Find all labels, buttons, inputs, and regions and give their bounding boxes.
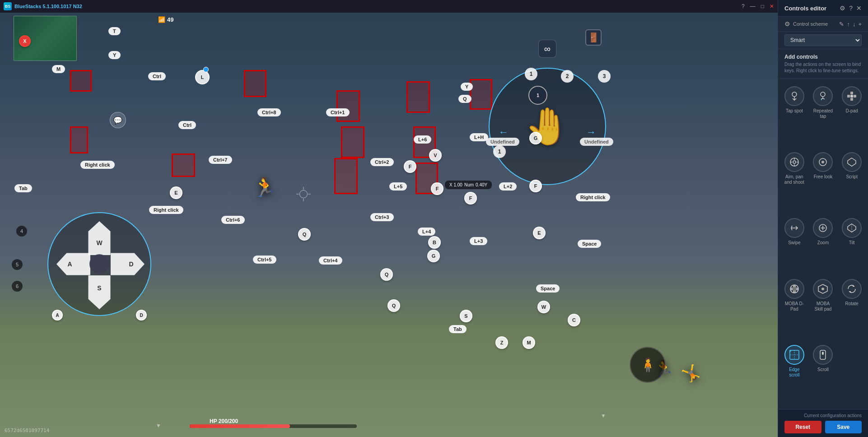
key-q1[interactable]: Q [458, 95, 471, 103]
panel-help-icon[interactable]: ? [849, 5, 853, 12]
pan-shoot-control[interactable]: 🤚 ← → 1 2 3 1 [489, 68, 606, 185]
key-m2[interactable]: M [523, 336, 535, 349]
key-space2[interactable]: Space [536, 284, 560, 293]
ctrl-free-look[interactable]: Free look [811, 149, 836, 212]
key-ctrl7[interactable]: Ctrl+7 [209, 156, 232, 164]
dpad-center [89, 254, 109, 274]
svg-rect-33 [789, 350, 791, 352]
key-x[interactable]: X [19, 35, 31, 47]
close-icon[interactable]: ✕ [770, 3, 774, 9]
scheme-select-row[interactable]: Smart [778, 32, 868, 49]
skill-1-btn[interactable]: 1 [528, 86, 547, 105]
key-t[interactable]: T [108, 27, 121, 35]
key-l4[interactable]: L+4 [418, 228, 435, 236]
ctrl-aim-pan-shoot[interactable]: Aim, pan and shoot [782, 149, 807, 212]
key-l2[interactable]: L+2 [499, 182, 517, 191]
key-e2[interactable]: E [533, 227, 546, 239]
key-l5[interactable]: L+5 [389, 182, 407, 191]
key-g2[interactable]: G [529, 132, 542, 144]
maximize-icon[interactable]: □ [761, 3, 764, 9]
key-l3[interactable]: L+3 [470, 237, 487, 245]
ctrl-edge-scroll[interactable]: Edge scroll [782, 342, 807, 404]
key-ctrl5[interactable]: Ctrl+5 [253, 256, 276, 264]
key-q3[interactable]: Q [380, 268, 393, 281]
key-rightclick3[interactable]: Right click [576, 193, 610, 201]
svg-rect-3 [850, 92, 853, 94]
key-y[interactable]: Y [108, 51, 121, 59]
help-icon[interactable]: ? [742, 3, 745, 9]
titlebar: BS BlueStacks 5.1.100.1017 N32 ? — □ ✕ [0, 0, 778, 13]
panel-close-icon[interactable]: ✕ [856, 5, 862, 12]
scheme-dropdown[interactable]: Smart [784, 34, 862, 46]
action-icon-box[interactable]: 🚪 [585, 29, 602, 46]
key-rightclick2[interactable]: Right click [149, 206, 183, 214]
target-3 [172, 153, 195, 177]
key-rightclick1[interactable]: Right click [80, 161, 115, 169]
svg-rect-6 [854, 95, 856, 98]
ctrl-moba-skill-pad[interactable]: MOBA Skill pad [811, 276, 836, 339]
ability-circle[interactable]: 🧍 [630, 347, 666, 383]
minimize-icon[interactable]: — [750, 3, 756, 9]
skill-3-badge: 3 [598, 70, 611, 83]
loop-button[interactable]: ∞ [538, 40, 556, 58]
key-f4[interactable]: F [529, 180, 542, 192]
scheme-gear-icon[interactable]: ⚙ [784, 20, 790, 28]
script-icon [842, 152, 862, 172]
key-f3[interactable]: F [464, 192, 477, 205]
key-ctrl-only[interactable]: Ctrl [178, 121, 196, 129]
key-c[interactable]: C [568, 314, 580, 326]
key-ctrl[interactable]: Ctrl [148, 72, 166, 80]
key-w[interactable]: W [537, 301, 550, 313]
y-coord: 0.40Y [476, 182, 487, 187]
scheme-action-icons[interactable]: ✎ ↑ ↓ + [839, 21, 862, 28]
ctrl-scroll[interactable]: Scroll [811, 342, 836, 404]
key-z[interactable]: Z [495, 336, 508, 349]
ctrl-tilt[interactable]: Tilt [839, 215, 864, 272]
ctrl-zoom[interactable]: Zoom [811, 215, 836, 272]
key-l6[interactable]: L+6 [414, 135, 431, 144]
key-ctrl3[interactable]: Ctrl+3 [370, 213, 394, 221]
key-l-btn[interactable]: L [195, 70, 210, 84]
key-ctrl2[interactable]: Ctrl+2 [370, 158, 394, 166]
titlebar-controls[interactable]: ? — □ ✕ [742, 3, 774, 9]
ctrl-rotate[interactable]: Rotate [839, 276, 864, 339]
key-y2[interactable]: Y [461, 83, 473, 91]
key-ctrl6[interactable]: Ctrl+6 [221, 216, 245, 224]
key-q2[interactable]: Q [298, 228, 311, 241]
chat-icon[interactable]: 💬 [110, 112, 126, 128]
key-f2[interactable]: F [431, 182, 443, 195]
key-tab[interactable]: Tab [14, 184, 32, 192]
key-s[interactable]: S [460, 310, 472, 322]
ctrl-script[interactable]: Script [839, 149, 864, 212]
svg-rect-35 [822, 352, 824, 355]
save-button[interactable]: Save [825, 421, 862, 433]
panel-header-icons[interactable]: ⚙ ? ✕ [840, 5, 862, 12]
ctrl-tap-spot[interactable]: Tap spot [782, 84, 807, 146]
key-v[interactable]: V [429, 149, 442, 162]
key-lh[interactable]: L+H [470, 133, 488, 141]
dpad-control[interactable]: W S A D A D [47, 212, 151, 316]
panel-footer: Current configuration actions Reset Save [778, 409, 868, 437]
key-q4[interactable]: Q [387, 299, 400, 312]
scheme-export-icon[interactable]: ↑ [847, 21, 850, 28]
ctrl-dpad[interactable]: D-pad [839, 84, 864, 146]
key-g1[interactable]: G [427, 250, 440, 262]
key-ctrl8[interactable]: Ctrl+8 [257, 108, 281, 116]
reset-button[interactable]: Reset [784, 421, 821, 433]
key-ctrl1[interactable]: Ctrl+1 [326, 108, 350, 116]
scheme-import-icon[interactable]: ↓ [853, 21, 856, 28]
key-b[interactable]: B [428, 236, 441, 249]
key-f1[interactable]: F [404, 160, 416, 173]
ctrl-swipe[interactable]: Swipe [782, 215, 807, 272]
key-tab2[interactable]: Tab [449, 325, 467, 333]
scheme-add-icon[interactable]: + [858, 21, 862, 28]
scheme-edit-icon[interactable]: ✎ [839, 21, 844, 28]
key-space1[interactable]: Space [578, 240, 601, 248]
ctrl-moba-dpad[interactable]: MOBA D-Pad [782, 276, 807, 339]
key-ctrl4[interactable]: Ctrl+4 [319, 256, 342, 265]
scroll-icon [813, 345, 833, 365]
key-e[interactable]: E [170, 186, 182, 199]
key-m[interactable]: M [52, 65, 65, 73]
panel-settings-icon[interactable]: ⚙ [840, 5, 845, 12]
ctrl-repeated-tap[interactable]: Repeated tap [811, 84, 836, 146]
